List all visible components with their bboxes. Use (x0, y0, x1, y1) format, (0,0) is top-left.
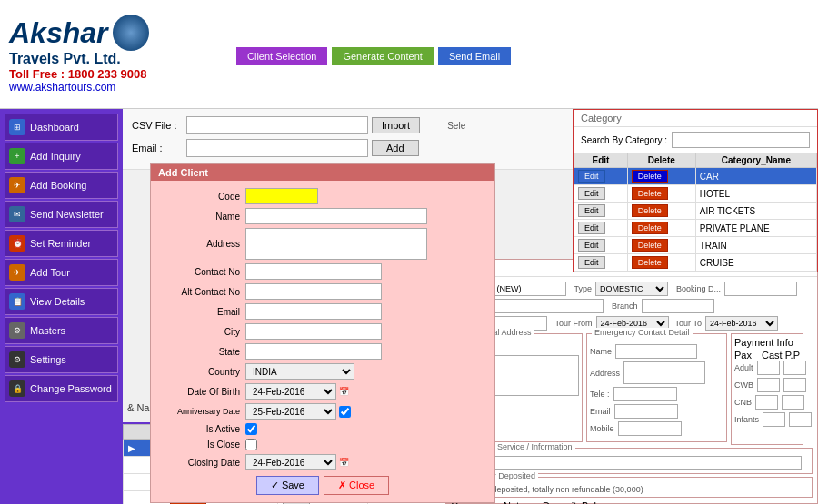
email-input[interactable] (186, 139, 368, 157)
cat-delete-button[interactable]: Delete (632, 256, 668, 269)
cwb-cast-input[interactable] (783, 378, 806, 392)
address-label: Address (158, 239, 240, 249)
sidebar-item-masters[interactable]: ⚙ Masters (5, 317, 118, 344)
contact-row: Contact No (158, 263, 487, 280)
code-input[interactable] (245, 188, 318, 204)
sidebar-item-dashboard[interactable]: ⊞ Dashboard (5, 114, 118, 141)
sidebar-item-send-newsletter[interactable]: ✉ Send Newsletter (5, 201, 118, 228)
generate-content-btn[interactable]: Generate Content (332, 47, 433, 65)
close-button[interactable]: ✗ Close (324, 476, 389, 495)
cat-edit-button[interactable]: Edit (578, 187, 605, 200)
cat-edit-button[interactable]: Edit (578, 256, 605, 269)
emg-name-input[interactable] (615, 344, 697, 359)
cat-edit-button[interactable]: Edit (578, 170, 605, 183)
tour-from-label: Tour From (555, 319, 593, 328)
sidebar-item-change-password[interactable]: 🔒 Change Password (5, 375, 118, 402)
booking-date-input[interactable] (724, 282, 797, 296)
booking-form: Recept No Type DOMESTIC Booking D... Tou… (446, 277, 817, 504)
tour-to-label: Tour To (675, 319, 702, 328)
emg-mobile-input[interactable] (618, 421, 682, 436)
cwb-row: CWB (734, 378, 800, 392)
type-select[interactable]: DOMESTIC (595, 282, 668, 296)
client-name-input[interactable] (245, 208, 427, 224)
category-row: Edit Delete PRIVATE PLANE (574, 220, 817, 237)
add-button[interactable]: Add (372, 140, 419, 156)
city-input[interactable] (245, 323, 382, 340)
cnb-cast-input[interactable] (782, 395, 804, 410)
sidebar-label-add-booking: Add Booking (30, 180, 86, 191)
email-dialog-input[interactable] (245, 303, 382, 320)
save-button[interactable]: ✓ Save (256, 476, 319, 495)
additional-input[interactable] (454, 456, 802, 470)
cat-delete-button[interactable]: Delete (632, 222, 668, 234)
import-button[interactable]: Import (372, 117, 420, 133)
category-search-row: Search By Category : (574, 127, 817, 153)
csv-input[interactable] (186, 116, 368, 134)
emg-addr-input[interactable] (623, 361, 705, 384)
globe-icon (113, 15, 149, 51)
branch-input[interactable] (642, 299, 714, 313)
is-close-checkbox[interactable] (245, 439, 257, 450)
address-input[interactable] (245, 228, 427, 260)
emg-tele: Tele : (590, 387, 723, 401)
main-container: ⊞ Dashboard + Add Inquiry ✈ Add Booking … (0, 109, 818, 504)
sidebar-item-view-details[interactable]: 📋 View Details (5, 288, 118, 315)
cat-edit-button[interactable]: Edit (578, 222, 605, 234)
cat-delete-cell: Delete (627, 220, 695, 237)
cat-delete-button[interactable]: Delete (632, 170, 668, 183)
city-label: City (158, 327, 240, 337)
payment-title: Payment Info (734, 337, 800, 348)
cwb-input[interactable] (757, 378, 780, 392)
anniversary-label: Anniversary Date (158, 407, 240, 416)
category-row: Edit Delete AIR TICKETS (574, 203, 817, 220)
logo-area: Akshar Travels Pvt. Ltd. Toll Free : 180… (9, 15, 218, 94)
send-email-btn[interactable]: Send Email (438, 47, 511, 65)
sidebar-item-set-reminder[interactable]: ⏰ Set Reminder (5, 230, 118, 257)
website: www.akshartours.com (9, 81, 218, 94)
cat-delete-button[interactable]: Delete (632, 239, 668, 252)
dob-select[interactable]: 24-Feb-2016 (245, 383, 336, 400)
cat-name-cell: CAR (695, 168, 816, 185)
emg-email-label: Email (590, 407, 611, 416)
anniversary-select[interactable]: 25-Feb-2016 (245, 403, 336, 420)
dob-cal-icon: 📅 (339, 387, 349, 396)
infants-label: Infants (734, 415, 759, 424)
sidebar-item-add-tour[interactable]: ✈ Add Tour (5, 259, 118, 286)
infants-input[interactable] (763, 412, 785, 427)
balance-label: Balar... (582, 500, 609, 504)
adult-input[interactable] (757, 361, 780, 375)
category-row: Edit Delete CRUISE (574, 254, 817, 272)
cat-delete-button[interactable]: Delete (632, 187, 668, 200)
emg-mobile: Mobile (590, 421, 723, 436)
category-search-input[interactable] (672, 132, 810, 148)
additional-section: Additional Service / Information (451, 448, 813, 474)
anniversary-checkbox[interactable] (339, 406, 351, 418)
tour-to-select[interactable]: 24-Feb-2016 (705, 316, 778, 331)
sidebar-item-settings[interactable]: ⚙ Settings (5, 346, 118, 373)
toll-free: Toll Free : 1800 233 9008 (9, 67, 218, 81)
is-active-checkbox[interactable] (245, 423, 257, 435)
country-select[interactable]: INDIA (245, 363, 354, 380)
pax-col-label: Pax (734, 350, 752, 361)
is-active-label: Is Active (158, 424, 240, 434)
sele-label: Sele (447, 121, 465, 131)
cat-edit-button[interactable]: Edit (578, 204, 605, 217)
adult-cast-input[interactable] (783, 361, 806, 375)
state-input[interactable] (245, 343, 382, 360)
view-details-icon: 📋 (9, 293, 25, 310)
contact-input[interactable] (245, 263, 382, 280)
emg-tele-input[interactable] (614, 387, 677, 401)
emg-email-input[interactable] (614, 404, 678, 419)
tour-name-input[interactable] (494, 299, 604, 313)
client-selection-btn[interactable]: Client Selection (236, 47, 327, 65)
cat-edit-button[interactable]: Edit (578, 239, 605, 252)
category-row: Edit Delete CAR (574, 168, 817, 185)
closing-date-select[interactable]: 24-Feb-2016 (245, 454, 336, 470)
cnb-input[interactable] (755, 395, 778, 410)
infants-cast-input[interactable] (789, 412, 812, 427)
receipt-input[interactable] (494, 282, 566, 296)
sidebar-item-add-inquiry[interactable]: + Add Inquiry (5, 143, 118, 170)
cat-delete-button[interactable]: Delete (632, 204, 668, 217)
alt-contact-input[interactable] (245, 283, 382, 300)
sidebar-item-add-booking[interactable]: ✈ Add Booking (5, 172, 118, 199)
